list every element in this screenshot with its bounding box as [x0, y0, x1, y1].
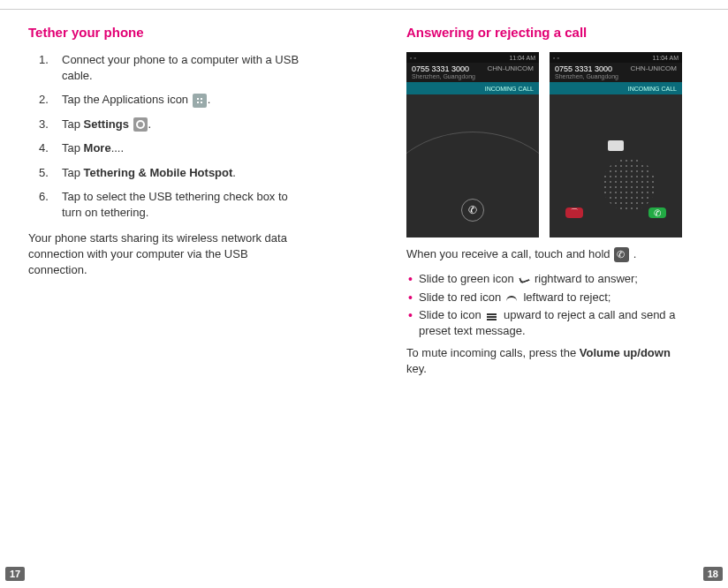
settings-gear-icon [133, 117, 148, 132]
left-page: Tether your phone 1. Connect your phone … [28, 25, 364, 286]
tether-steps: 1. Connect your phone to a computer with… [39, 52, 304, 220]
step-text: Tap to select the USB tethering check bo… [62, 189, 304, 220]
step-6: 6. Tap to select the USB tethering check… [39, 189, 304, 220]
text: .... [111, 141, 124, 155]
text: . [208, 93, 211, 106]
caller-number: 0755 3331 3000 [412, 64, 469, 73]
carrier: CHN-UNICOM [631, 64, 677, 72]
page-number-left: 17 [5, 567, 25, 581]
step-text: Tap More.... [62, 140, 304, 156]
text: Slide to green icon [419, 272, 517, 285]
text: . [148, 117, 152, 131]
incoming-banner: INCOMING CALL [406, 82, 539, 94]
page-number-right: 18 [703, 567, 723, 581]
text: When you receive a call, touch and hold [406, 247, 613, 260]
bullet-message: Slide to icon upward to reject a call an… [406, 307, 707, 338]
reject-icon [505, 293, 519, 302]
call-handle-inline-icon [614, 247, 629, 262]
caller-info: 0755 3331 3000 CHN-UNICOM Shenzhen, Guan… [406, 63, 539, 82]
caller-info: 0755 3331 3000 CHN-UNICOM Shenzhen, Guan… [550, 63, 682, 82]
phone-screenshot-incoming: ◦ ▫ 11:04 AM 0755 3331 3000 CHN-UNICOM S… [406, 52, 539, 237]
intro-line: When you receive a call, touch and hold … [406, 246, 671, 262]
step-2: 2. Tap the Applications icon . [39, 92, 304, 108]
reject-with-message-icon [608, 140, 624, 151]
text: Slide to red icon [419, 290, 504, 304]
answer-icon [518, 275, 530, 285]
text: Tap [62, 117, 84, 131]
applications-icon [193, 94, 207, 108]
step-number: 1. [39, 52, 62, 83]
step-text: Tap Tethering & Mobile Hotspot. [62, 165, 304, 181]
caller-number: 0755 3331 3000 [555, 64, 612, 73]
step-3: 3. Tap Settings . [39, 117, 304, 132]
left-title: Tether your phone [28, 25, 364, 40]
bullet-answer: Slide to green icon rightward to answer; [406, 271, 707, 287]
text: To mute incoming calls, press the [406, 346, 580, 359]
step-text: Connect your phone to a computer with a … [62, 52, 304, 83]
text: Tap the Applications icon [62, 93, 192, 106]
bold-text: Volume up/down [580, 346, 671, 359]
step-1: 1. Connect your phone to a computer with… [39, 52, 304, 83]
text: leftward to reject; [520, 290, 611, 304]
step-text: Tap Settings . [62, 117, 304, 132]
step-number: 2. [39, 92, 62, 108]
reject-button-icon: ⌒ [565, 207, 583, 218]
step-4: 4. Tap More.... [39, 140, 304, 156]
step-number: 5. [39, 165, 62, 181]
caller-row: 0755 3331 3000 CHN-UNICOM [412, 64, 534, 73]
bold-text: Tethering & Mobile Hotspot [84, 166, 233, 179]
caller-location: Shenzhen, Guangdong [555, 73, 677, 79]
status-time: 11:04 AM [509, 55, 535, 61]
status-time: 11:04 AM [652, 55, 679, 61]
text: Slide to icon [419, 308, 484, 321]
phone-screenshot-actions: ◦ ▫ 11:04 AM 0755 3331 3000 CHN-UNICOM S… [550, 52, 682, 237]
call-handle-icon: ✆ [461, 199, 484, 222]
status-left-icons: ◦ ▫ [553, 55, 559, 61]
answer-button-icon: ✆ [648, 207, 666, 218]
top-divider [0, 9, 728, 10]
text: Tap [62, 166, 84, 179]
tether-footer: Your phone starts sharing its wireless n… [28, 230, 293, 277]
incoming-banner: INCOMING CALL [550, 82, 682, 94]
right-title: Answering or rejecting a call [406, 25, 707, 40]
bullet-reject: Slide to red icon leftward to reject; [406, 290, 707, 305]
carrier: CHN-UNICOM [488, 64, 534, 72]
bold-text: More [84, 141, 111, 155]
bold-text: Settings [84, 117, 129, 131]
caller-row: 0755 3331 3000 CHN-UNICOM [555, 64, 677, 73]
step-5: 5. Tap Tethering & Mobile Hotspot. [39, 165, 304, 181]
status-left-icons: ◦ ▫ [410, 55, 416, 61]
mute-line: To mute incoming calls, press the Volume… [406, 345, 671, 376]
step-number: 6. [39, 189, 62, 220]
text: key. [406, 362, 427, 375]
answer-target-dots [603, 158, 656, 211]
text: Tap [62, 141, 84, 155]
text: . [232, 166, 236, 179]
step-number: 3. [39, 117, 62, 132]
swipe-arc [406, 132, 539, 237]
status-bar: ◦ ▫ 11:04 AM [406, 52, 539, 63]
step-number: 4. [39, 140, 62, 156]
message-icon [485, 312, 499, 320]
call-actions-list: Slide to green icon rightward to answer;… [406, 271, 707, 338]
text: . [630, 247, 636, 260]
step-text: Tap the Applications icon . [62, 92, 304, 108]
text: rightward to answer; [531, 272, 638, 285]
status-bar: ◦ ▫ 11:04 AM [550, 52, 682, 63]
call-screenshots: ◦ ▫ 11:04 AM 0755 3331 3000 CHN-UNICOM S… [406, 52, 707, 237]
caller-location: Shenzhen, Guangdong [412, 73, 534, 79]
right-page: Answering or rejecting a call ◦ ▫ 11:04 … [406, 25, 707, 385]
